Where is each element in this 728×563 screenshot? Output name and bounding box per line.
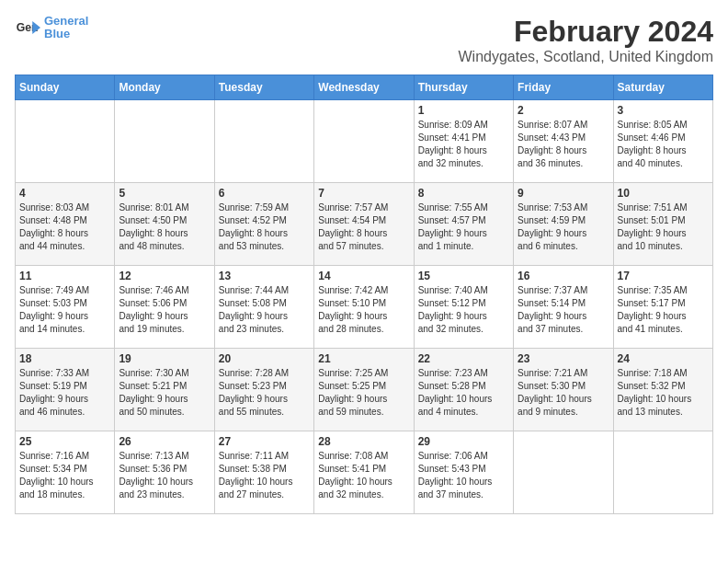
header-friday: Friday <box>514 75 613 100</box>
day-number: 7 <box>318 187 409 200</box>
day-number: 21 <box>318 352 409 365</box>
day-info: Sunrise: 8:03 AMSunset: 4:48 PMDaylight:… <box>19 201 110 253</box>
table-row: 1Sunrise: 8:09 AMSunset: 4:41 PMDaylight… <box>414 100 513 183</box>
day-info: Sunrise: 7:51 AMSunset: 5:01 PMDaylight:… <box>618 201 709 253</box>
table-row: 12Sunrise: 7:46 AMSunset: 5:06 PMDayligh… <box>115 266 214 349</box>
day-number: 20 <box>219 352 310 365</box>
day-info: Sunrise: 7:42 AMSunset: 5:10 PMDaylight:… <box>318 284 409 336</box>
table-row <box>16 100 115 183</box>
day-info: Sunrise: 7:28 AMSunset: 5:23 PMDaylight:… <box>219 367 310 419</box>
day-info: Sunrise: 8:05 AMSunset: 4:46 PMDaylight:… <box>618 119 709 170</box>
calendar-week-row: 4Sunrise: 8:03 AMSunset: 4:48 PMDaylight… <box>16 183 713 266</box>
day-number: 1 <box>418 104 509 117</box>
table-row: 25Sunrise: 7:16 AMSunset: 5:34 PMDayligh… <box>16 431 115 514</box>
day-info: Sunrise: 7:11 AMSunset: 5:38 PMDaylight:… <box>219 450 310 501</box>
day-info: Sunrise: 7:25 AMSunset: 5:25 PMDaylight:… <box>318 367 409 419</box>
day-number: 6 <box>219 187 310 200</box>
table-row: 24Sunrise: 7:18 AMSunset: 5:32 PMDayligh… <box>613 349 712 431</box>
day-number: 10 <box>618 187 709 200</box>
table-row: 5Sunrise: 8:01 AMSunset: 4:50 PMDaylight… <box>115 183 214 266</box>
day-info: Sunrise: 7:44 AMSunset: 5:08 PMDaylight:… <box>219 284 310 336</box>
day-number: 16 <box>518 270 609 282</box>
day-number: 23 <box>518 352 609 365</box>
table-row <box>514 431 613 514</box>
day-info: Sunrise: 7:59 AMSunset: 4:52 PMDaylight:… <box>219 201 310 253</box>
day-number: 13 <box>219 270 310 282</box>
table-row: 27Sunrise: 7:11 AMSunset: 5:38 PMDayligh… <box>214 431 313 514</box>
day-info: Sunrise: 7:40 AMSunset: 5:12 PMDaylight:… <box>418 284 509 336</box>
day-number: 11 <box>19 270 110 282</box>
day-info: Sunrise: 7:35 AMSunset: 5:17 PMDaylight:… <box>618 284 709 336</box>
table-row: 22Sunrise: 7:23 AMSunset: 5:28 PMDayligh… <box>414 349 513 431</box>
day-number: 29 <box>418 435 509 448</box>
day-info: Sunrise: 7:06 AMSunset: 5:43 PMDaylight:… <box>418 450 509 501</box>
weekday-header-row: Sunday Monday Tuesday Wednesday Thursday… <box>16 75 713 100</box>
day-number: 9 <box>518 187 609 200</box>
table-row <box>214 100 313 183</box>
day-info: Sunrise: 7:33 AMSunset: 5:19 PMDaylight:… <box>19 367 110 419</box>
subtitle: Windygates, Scotland, United Kingdom <box>459 49 713 65</box>
day-info: Sunrise: 7:23 AMSunset: 5:28 PMDaylight:… <box>418 367 509 419</box>
table-row: 8Sunrise: 7:55 AMSunset: 4:57 PMDaylight… <box>414 183 513 266</box>
calendar-week-row: 1Sunrise: 8:09 AMSunset: 4:41 PMDaylight… <box>16 100 713 183</box>
table-row: 13Sunrise: 7:44 AMSunset: 5:08 PMDayligh… <box>214 266 313 349</box>
title-section: February 2024 Windygates, Scotland, Unit… <box>459 15 713 65</box>
day-number: 8 <box>418 187 509 200</box>
table-row: 3Sunrise: 8:05 AMSunset: 4:46 PMDaylight… <box>613 100 712 183</box>
table-row: 16Sunrise: 7:37 AMSunset: 5:14 PMDayligh… <box>514 266 613 349</box>
day-number: 3 <box>618 104 709 117</box>
day-number: 4 <box>19 187 110 200</box>
table-row: 26Sunrise: 7:13 AMSunset: 5:36 PMDayligh… <box>115 431 214 514</box>
day-info: Sunrise: 7:18 AMSunset: 5:32 PMDaylight:… <box>618 367 709 419</box>
table-row: 20Sunrise: 7:28 AMSunset: 5:23 PMDayligh… <box>214 349 313 431</box>
day-info: Sunrise: 7:46 AMSunset: 5:06 PMDaylight:… <box>119 284 210 336</box>
day-info: Sunrise: 8:09 AMSunset: 4:41 PMDaylight:… <box>418 119 509 170</box>
main-title: February 2024 <box>459 15 713 49</box>
day-info: Sunrise: 7:16 AMSunset: 5:34 PMDaylight:… <box>19 450 110 501</box>
table-row: 19Sunrise: 7:30 AMSunset: 5:21 PMDayligh… <box>115 349 214 431</box>
header-sunday: Sunday <box>16 75 115 100</box>
day-number: 2 <box>518 104 609 117</box>
logo: Gen General Blue <box>15 15 88 41</box>
table-row: 11Sunrise: 7:49 AMSunset: 5:03 PMDayligh… <box>16 266 115 349</box>
table-row: 21Sunrise: 7:25 AMSunset: 5:25 PMDayligh… <box>314 349 414 431</box>
calendar-week-row: 11Sunrise: 7:49 AMSunset: 5:03 PMDayligh… <box>16 266 713 349</box>
day-number: 19 <box>119 352 210 365</box>
table-row: 18Sunrise: 7:33 AMSunset: 5:19 PMDayligh… <box>16 349 115 431</box>
day-info: Sunrise: 7:30 AMSunset: 5:21 PMDaylight:… <box>119 367 210 419</box>
day-info: Sunrise: 7:13 AMSunset: 5:36 PMDaylight:… <box>119 450 210 501</box>
day-info: Sunrise: 7:21 AMSunset: 5:30 PMDaylight:… <box>518 367 609 419</box>
day-number: 27 <box>219 435 310 448</box>
table-row: 2Sunrise: 8:07 AMSunset: 4:43 PMDaylight… <box>514 100 613 183</box>
calendar-week-row: 18Sunrise: 7:33 AMSunset: 5:19 PMDayligh… <box>16 349 713 431</box>
table-row: 4Sunrise: 8:03 AMSunset: 4:48 PMDaylight… <box>16 183 115 266</box>
table-row: 6Sunrise: 7:59 AMSunset: 4:52 PMDaylight… <box>214 183 313 266</box>
day-info: Sunrise: 7:57 AMSunset: 4:54 PMDaylight:… <box>318 201 409 253</box>
table-row <box>115 100 214 183</box>
day-number: 26 <box>119 435 210 448</box>
table-row: 17Sunrise: 7:35 AMSunset: 5:17 PMDayligh… <box>613 266 712 349</box>
header-wednesday: Wednesday <box>314 75 414 100</box>
day-number: 15 <box>418 270 509 282</box>
logo-icon: Gen <box>15 15 40 40</box>
table-row: 7Sunrise: 7:57 AMSunset: 4:54 PMDaylight… <box>314 183 414 266</box>
day-info: Sunrise: 7:37 AMSunset: 5:14 PMDaylight:… <box>518 284 609 336</box>
day-number: 24 <box>618 352 709 365</box>
day-number: 28 <box>318 435 409 448</box>
table-row: 15Sunrise: 7:40 AMSunset: 5:12 PMDayligh… <box>414 266 513 349</box>
logo-line1: General <box>44 15 88 28</box>
table-row: 23Sunrise: 7:21 AMSunset: 5:30 PMDayligh… <box>514 349 613 431</box>
calendar: Sunday Monday Tuesday Wednesday Thursday… <box>15 75 713 514</box>
header-monday: Monday <box>115 75 214 100</box>
day-info: Sunrise: 7:49 AMSunset: 5:03 PMDaylight:… <box>19 284 110 336</box>
header-thursday: Thursday <box>414 75 513 100</box>
header-saturday: Saturday <box>613 75 712 100</box>
day-info: Sunrise: 7:53 AMSunset: 4:59 PMDaylight:… <box>518 201 609 253</box>
day-number: 17 <box>618 270 709 282</box>
day-number: 14 <box>318 270 409 282</box>
day-info: Sunrise: 7:08 AMSunset: 5:41 PMDaylight:… <box>318 450 409 501</box>
day-number: 25 <box>19 435 110 448</box>
day-info: Sunrise: 7:55 AMSunset: 4:57 PMDaylight:… <box>418 201 509 253</box>
day-number: 22 <box>418 352 509 365</box>
table-row <box>314 100 414 183</box>
